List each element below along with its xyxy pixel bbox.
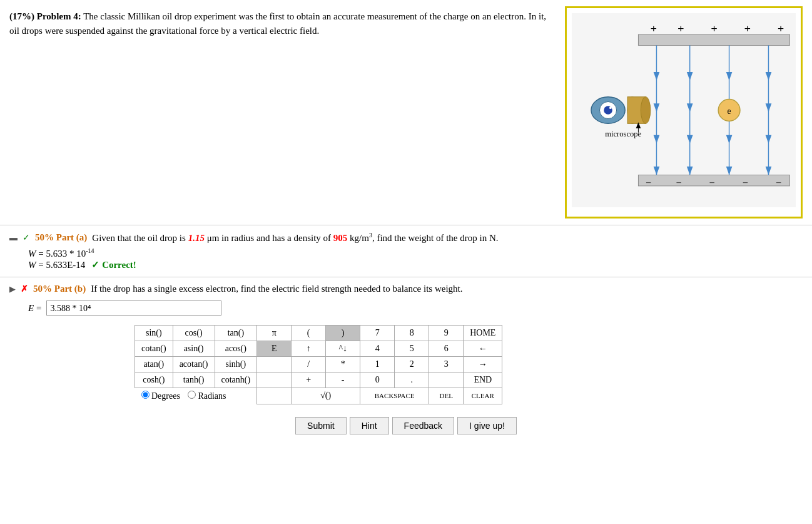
hint-button[interactable]: Hint: [350, 417, 389, 434]
calc-0[interactable]: 0: [360, 372, 395, 388]
calc-5[interactable]: 5: [395, 341, 429, 357]
calc-empty4: [257, 388, 292, 404]
calc-open-paren[interactable]: (: [292, 326, 326, 341]
calc-atan[interactable]: atan(): [135, 357, 173, 372]
svg-text:−: −: [743, 177, 748, 188]
calc-tanh[interactable]: tanh(): [173, 372, 215, 388]
calc-4[interactable]: 4: [360, 341, 395, 357]
svg-marker-32: [766, 72, 772, 81]
svg-marker-20: [687, 103, 693, 112]
part-b-arrow[interactable]: ▶: [9, 284, 16, 294]
calc-divide[interactable]: /: [292, 357, 326, 372]
calc-cotan[interactable]: cotan(): [135, 341, 173, 357]
calc-8[interactable]: 8: [395, 326, 429, 341]
svg-text:+: +: [678, 22, 684, 34]
calc-9[interactable]: 9: [429, 326, 464, 341]
svg-marker-29: [766, 167, 772, 175]
calc-sqrt[interactable]: √(): [292, 388, 360, 404]
radians-label[interactable]: Radians: [188, 391, 226, 401]
degrees-radio[interactable]: [141, 391, 150, 399]
calc-close-paren[interactable]: ): [326, 326, 360, 341]
svg-marker-31: [766, 103, 772, 112]
calculator: sin() cos() tan() π ( ) 7 8 9 HOME cotan…: [134, 325, 803, 404]
part-b-section: ▶ ✗ 50% Part (b) If the drop has a singl…: [0, 277, 812, 450]
svg-text:+: +: [651, 22, 657, 34]
part-a-answer2: W = 5.633E-14 ✓ Correct!: [28, 259, 803, 270]
calc-e[interactable]: E: [257, 341, 292, 357]
calc-end[interactable]: END: [464, 372, 502, 388]
svg-text:e: e: [728, 106, 731, 116]
calc-tan[interactable]: tan(): [215, 326, 257, 341]
angle-unit-row: Degrees Radians: [141, 391, 251, 401]
radians-radio[interactable]: [188, 391, 196, 399]
calc-cos[interactable]: cos(): [173, 326, 215, 341]
problem-description: The classic Millikan oil drop experiment…: [9, 11, 546, 36]
feedback-button[interactable]: Feedback: [392, 417, 454, 434]
svg-marker-21: [687, 72, 693, 81]
submit-button[interactable]: Submit: [295, 417, 347, 434]
part-b-desc: If the drop has a single excess electron…: [91, 284, 462, 294]
svg-marker-13: [654, 167, 660, 175]
calc-cotanh[interactable]: cotanh(): [215, 372, 257, 388]
calc-backspace[interactable]: BACKSPACE: [360, 388, 429, 404]
calc-down[interactable]: ^↓: [326, 341, 360, 357]
calc-1[interactable]: 1: [360, 357, 395, 372]
part-a-answer1: W = 5.633 * 10-14: [28, 247, 803, 259]
svg-point-39: [641, 97, 650, 124]
svg-marker-16: [654, 72, 660, 81]
calc-empty3: [429, 372, 464, 388]
calc-plus[interactable]: +: [292, 372, 326, 388]
svg-marker-23: [726, 167, 733, 175]
calc-empty2: [257, 372, 292, 388]
calc-minus[interactable]: -: [326, 372, 360, 388]
correct-msg: ✓ Correct!: [91, 259, 136, 270]
part-a-collapse[interactable]: ▬: [9, 233, 18, 243]
calc-pi[interactable]: π: [257, 326, 292, 341]
calc-sin[interactable]: sin(): [135, 326, 173, 341]
calc-multiply[interactable]: *: [326, 357, 360, 372]
svg-marker-24: [726, 135, 733, 144]
calc-cosh[interactable]: cosh(): [135, 372, 173, 388]
svg-text:microscope: microscope: [605, 130, 641, 138]
problem-header: (17%) Problem 4:: [9, 11, 81, 21]
calc-clear[interactable]: CLEAR: [464, 388, 502, 404]
calc-table: sin() cos() tan() π ( ) 7 8 9 HOME cotan…: [134, 325, 502, 404]
svg-text:+: +: [744, 22, 751, 34]
answer-row: E =: [28, 301, 803, 316]
svg-rect-0: [638, 34, 789, 45]
calc-2[interactable]: 2: [395, 357, 429, 372]
svg-marker-18: [687, 167, 693, 175]
svg-marker-14: [654, 135, 660, 144]
calc-left-arrow[interactable]: ←: [464, 341, 502, 357]
part-a-desc: Given that the oil drop is 1.15 μm in ra…: [92, 232, 498, 244]
calc-del[interactable]: DEL: [429, 388, 464, 404]
diagram-inner: + + + + + − − − − −: [572, 13, 796, 207]
calc-sinh[interactable]: sinh(): [215, 357, 257, 372]
svg-marker-30: [766, 135, 772, 144]
svg-marker-19: [687, 135, 693, 144]
part-a-checkmark: ✓: [23, 232, 30, 243]
calc-7[interactable]: 7: [360, 326, 395, 341]
svg-text:−: −: [676, 177, 681, 188]
bottom-buttons: Submit Hint Feedback I give up!: [9, 411, 803, 444]
answer-input[interactable]: [46, 301, 221, 316]
svg-marker-15: [654, 103, 660, 112]
calc-right-arrow[interactable]: →: [464, 357, 502, 372]
calc-acos[interactable]: acos(): [215, 341, 257, 357]
calc-asin[interactable]: asin(): [173, 341, 215, 357]
give-up-button[interactable]: I give up!: [457, 417, 517, 434]
calc-6[interactable]: 6: [429, 341, 464, 357]
calc-acotan[interactable]: acotan(): [173, 357, 215, 372]
svg-text:+: +: [778, 22, 784, 34]
part-a-section: ▬ ✓ 50% Part (a) Given that the oil drop…: [0, 225, 812, 277]
svg-text:−: −: [776, 177, 781, 188]
svg-text:+: +: [711, 22, 718, 34]
calc-up[interactable]: ↑: [292, 341, 326, 357]
degrees-label[interactable]: Degrees: [141, 391, 180, 401]
calc-home[interactable]: HOME: [464, 326, 502, 341]
calc-dot[interactable]: .: [395, 372, 429, 388]
calc-3[interactable]: 3: [429, 357, 464, 372]
svg-marker-27: [726, 72, 733, 81]
calc-empty1: [257, 357, 292, 372]
svg-text:−: −: [709, 177, 715, 188]
